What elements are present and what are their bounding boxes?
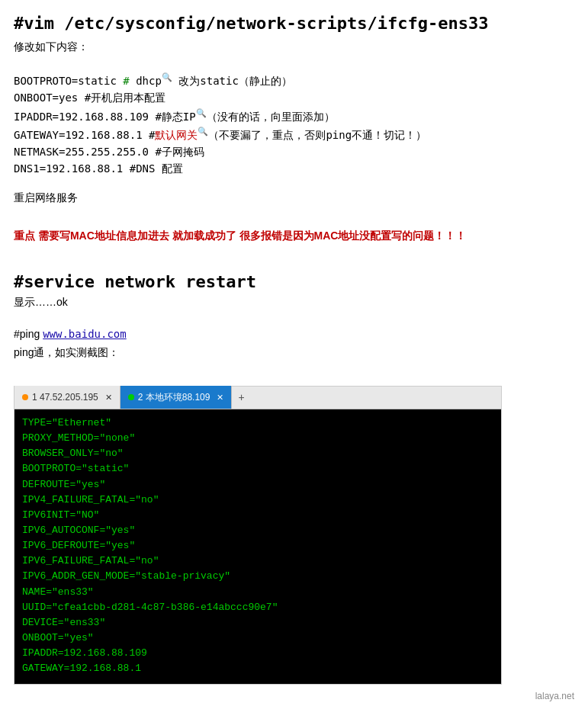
gateway-mid: 默认网关 (155, 129, 198, 141)
tab-1-label: 1 47.52.205.195 (32, 392, 98, 403)
terminal-line-14: ONBOOT="yes" (22, 631, 493, 646)
terminal-line-1: PROXY_METHOD="none" (22, 431, 493, 446)
bootproto-suffix: 改为static（静止的） (172, 75, 292, 87)
ipaddr-suffix: （没有的话，向里面添加） (207, 110, 335, 122)
terminal-line-8: IPV6_DEFROUTE="yes" (22, 538, 493, 554)
tab-2-close[interactable]: ✕ (217, 393, 223, 403)
terminal-line-3: BOOTPROTO="static" (22, 461, 493, 477)
footer: lalaya.net (14, 691, 574, 701)
search-icon-2: 🔍 (196, 108, 207, 118)
config-netmask: NETMASK=255.255.255.0 #子网掩码 (14, 146, 574, 159)
tab-1-dot (22, 394, 28, 400)
bootproto-prefix: BOOTPROTO=static (14, 75, 123, 87)
ping-url[interactable]: www.baidu.com (43, 328, 127, 340)
terminal-line-5: IPV4_FAILURE_FATAL="no" (22, 493, 493, 508)
main-title: #vim /etc/sysconfig/network-scripts/ifcf… (14, 14, 574, 33)
terminal-line-0: TYPE="Ethernet" (22, 416, 493, 431)
tab-1[interactable]: 1 47.52.205.195 ✕ (14, 386, 120, 409)
bootproto-hash: # (123, 75, 129, 87)
config-ipaddr: IPADDR=192.168.88.109 #静态IP🔍（没有的话，向里面添加） (14, 108, 574, 124)
terminal-line-7: IPV6_AUTOCONF="yes" (22, 523, 493, 538)
terminal-body: TYPE="Ethernet" PROXY_METHOD="none" BROW… (14, 409, 501, 684)
bootproto-mid: dhcp (130, 75, 162, 87)
terminal-line-10: IPV6_ADDR_GEN_MODE="stable-privacy" (22, 569, 493, 584)
tab-2[interactable]: 2 本地环境88.109 ✕ (120, 386, 233, 409)
terminal-tabs: 1 47.52.205.195 ✕ 2 本地环境88.109 ✕ + (14, 387, 501, 409)
terminal-line-9: IPV6_FAILURE_FATAL="no" (22, 554, 493, 569)
search-icon-1: 🔍 (162, 72, 172, 82)
terminal-line-11: NAME="ens33" (22, 585, 493, 600)
terminal-line-12: UUID="cfea1cbb-d281-4c87-b386-e14abccc90… (22, 600, 493, 615)
ping-result: ping通，如实测截图： (14, 346, 574, 360)
config-gateway: GATEWAY=192.168.88.1 #默认网关🔍（不要漏了，重点，否则pi… (14, 127, 574, 143)
terminal-line-2: BROWSER_ONLY="no" (22, 446, 493, 461)
terminal-line-16: GATEWAY=192.168.88.1 (22, 661, 493, 676)
terminal-line-13: DEVICE="ens33" (22, 615, 493, 631)
gateway-suffix: （不要漏了，重点，否则ping不通！切记！） (208, 129, 426, 141)
sub-title: #service network restart (14, 272, 574, 291)
ping-cmd: #ping (14, 328, 43, 340)
ipaddr-prefix: IPADDR=192.168.88.109 #静态IP (14, 110, 196, 122)
tab-1-close[interactable]: ✕ (105, 393, 112, 403)
tab-add-button[interactable]: + (232, 386, 250, 409)
terminal-wrapper: 1 47.52.205.195 ✕ 2 本地环境88.109 ✕ + TYPE=… (14, 386, 502, 685)
ping-cmd-line: #ping www.baidu.com (14, 328, 574, 340)
terminal-line-6: IPV6INIT="NO" (22, 508, 493, 523)
search-icon-3: 🔍 (198, 127, 208, 136)
terminal-line-15: IPADDR=192.168.88.109 (22, 646, 493, 661)
display-text: 显示……ok (14, 296, 574, 310)
gateway-prefix: GATEWAY=192.168.88.1 # (14, 129, 155, 141)
config-bootproto: BOOTPROTO=static # dhcp🔍 改为static（静止的） (14, 72, 574, 88)
intro-text: 修改如下内容： (14, 40, 574, 54)
emphasis-text: 重点 需要写MAC地址信息加进去 就加载成功了 很多报错是因为MAC地址没配置写… (14, 229, 574, 243)
tab-2-label: 2 本地环境88.109 (138, 391, 210, 404)
footer-label: lalaya.net (535, 691, 574, 701)
config-onboot: ONBOOT=yes #开机启用本配置 (14, 91, 574, 105)
tab-2-dot (128, 394, 134, 400)
terminal-line-4: DEFROUTE="yes" (22, 477, 493, 493)
restart-label: 重启网络服务 (14, 191, 574, 205)
config-dns: DNS1=192.168.88.1 #DNS 配置 (14, 162, 574, 176)
